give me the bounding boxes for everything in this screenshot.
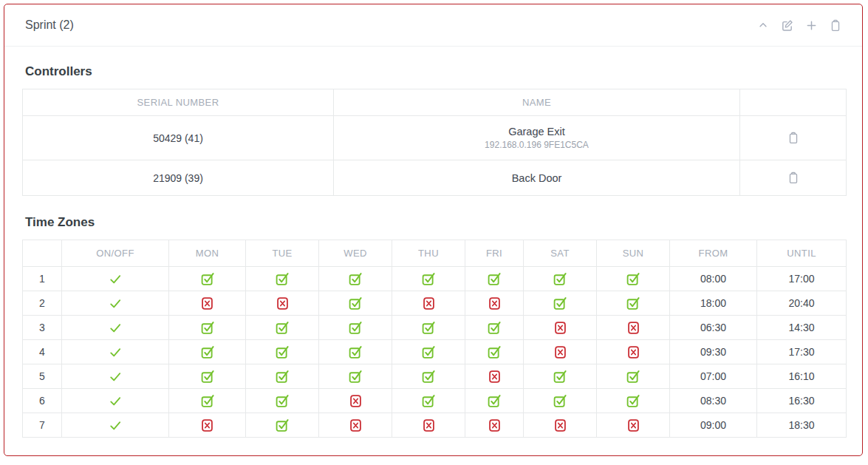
day-checkbox-unchecked[interactable]	[392, 413, 465, 438]
checkbox-checked-icon	[421, 344, 436, 359]
time-zones-column-header: THU	[392, 240, 465, 267]
day-checkbox-unchecked[interactable]	[319, 413, 392, 438]
day-checkbox-checked[interactable]	[246, 389, 319, 413]
day-checkbox-checked[interactable]	[246, 364, 319, 389]
day-checkbox-unchecked[interactable]	[597, 413, 670, 438]
delete-controller-button[interactable]	[786, 130, 801, 146]
time-zone-row: 608:3016:30	[23, 389, 847, 413]
on-off-toggle[interactable]	[62, 316, 169, 340]
day-checkbox-checked[interactable]	[524, 389, 597, 413]
day-checkbox-unchecked[interactable]	[169, 291, 246, 316]
check-icon	[109, 274, 122, 285]
day-checkbox-checked[interactable]	[465, 389, 524, 413]
time-from: 07:00	[670, 364, 757, 389]
time-zone-row: 709:0018:30	[23, 413, 847, 438]
day-checkbox-checked[interactable]	[319, 340, 392, 364]
time-zone-index: 5	[23, 364, 62, 389]
day-checkbox-checked[interactable]	[319, 364, 392, 389]
controller-name: Garage Exit	[340, 126, 734, 138]
day-checkbox-checked[interactable]	[465, 267, 524, 291]
card-header: Sprint (2)	[4, 4, 862, 47]
day-checkbox-unchecked[interactable]	[246, 291, 319, 316]
day-checkbox-checked[interactable]	[169, 364, 246, 389]
day-checkbox-unchecked[interactable]	[597, 316, 670, 340]
day-checkbox-unchecked[interactable]	[319, 389, 392, 413]
checkbox-checked-icon	[200, 393, 215, 408]
on-off-toggle[interactable]	[62, 291, 169, 316]
on-off-toggle[interactable]	[62, 340, 169, 364]
controller-address: 192.168.0.196 9FE1C5CA	[340, 140, 734, 150]
day-checkbox-unchecked[interactable]	[465, 364, 524, 389]
delete-controller-button[interactable]	[786, 170, 801, 186]
time-zones-column-header: SAT	[524, 240, 597, 267]
day-checkbox-checked[interactable]	[597, 291, 670, 316]
day-checkbox-checked[interactable]	[169, 340, 246, 364]
delete-button[interactable]	[828, 18, 843, 33]
time-zones-column-header	[23, 240, 62, 267]
day-checkbox-checked[interactable]	[319, 267, 392, 291]
checkbox-checked-icon	[348, 369, 363, 384]
day-checkbox-checked[interactable]	[597, 389, 670, 413]
day-checkbox-unchecked[interactable]	[524, 316, 597, 340]
time-until: 17:00	[757, 267, 847, 291]
checkbox-checked-icon	[275, 271, 290, 286]
day-checkbox-unchecked[interactable]	[392, 291, 465, 316]
checkbox-cross-icon	[554, 321, 567, 335]
check-icon	[109, 298, 122, 310]
checkbox-checked-icon	[421, 320, 436, 335]
day-checkbox-checked[interactable]	[246, 316, 319, 340]
day-checkbox-checked[interactable]	[169, 316, 246, 340]
controller-serial: 50429 (41)	[23, 116, 334, 160]
day-checkbox-unchecked[interactable]	[597, 340, 670, 364]
day-checkbox-checked[interactable]	[246, 267, 319, 291]
check-icon	[109, 347, 122, 359]
day-checkbox-checked[interactable]	[392, 316, 465, 340]
edit-icon	[781, 19, 793, 32]
day-checkbox-checked[interactable]	[524, 364, 597, 389]
day-checkbox-unchecked[interactable]	[169, 413, 246, 438]
time-from: 18:00	[670, 291, 757, 316]
checkbox-checked-icon	[275, 393, 290, 408]
day-checkbox-checked[interactable]	[246, 413, 319, 438]
on-off-toggle[interactable]	[62, 364, 169, 389]
day-checkbox-checked[interactable]	[392, 389, 465, 413]
checkbox-checked-icon	[275, 320, 290, 335]
checkbox-checked-icon	[200, 271, 215, 286]
day-checkbox-checked[interactable]	[392, 340, 465, 364]
on-off-toggle[interactable]	[62, 267, 169, 291]
time-zone-index: 2	[23, 291, 62, 316]
checkbox-checked-icon	[553, 393, 567, 408]
day-checkbox-unchecked[interactable]	[465, 413, 524, 438]
edit-button[interactable]	[779, 18, 795, 33]
time-zone-row: 507:0016:10	[23, 364, 847, 389]
day-checkbox-checked[interactable]	[319, 291, 392, 316]
day-checkbox-unchecked[interactable]	[524, 340, 597, 364]
day-checkbox-checked[interactable]	[169, 267, 246, 291]
day-checkbox-checked[interactable]	[169, 389, 246, 413]
day-checkbox-unchecked[interactable]	[524, 413, 597, 438]
time-zones-column-header: ON/OFF	[62, 240, 169, 267]
checkbox-cross-icon	[201, 296, 213, 310]
day-checkbox-checked[interactable]	[524, 291, 597, 316]
day-checkbox-unchecked[interactable]	[465, 291, 524, 316]
day-checkbox-checked[interactable]	[524, 267, 597, 291]
on-off-toggle[interactable]	[62, 413, 169, 438]
add-button[interactable]	[804, 18, 819, 33]
checkbox-cross-icon	[627, 321, 640, 335]
day-checkbox-checked[interactable]	[392, 364, 465, 389]
day-checkbox-checked[interactable]	[597, 364, 670, 389]
day-checkbox-checked[interactable]	[319, 316, 392, 340]
day-checkbox-checked[interactable]	[465, 340, 524, 364]
checkbox-checked-icon	[275, 344, 290, 359]
day-checkbox-checked[interactable]	[465, 316, 524, 340]
on-off-toggle[interactable]	[62, 389, 169, 413]
time-zones-column-header: FRI	[465, 240, 524, 267]
time-until: 17:30	[757, 340, 847, 364]
day-checkbox-checked[interactable]	[246, 340, 319, 364]
plus-icon	[806, 20, 817, 31]
checkbox-checked-icon	[553, 296, 567, 310]
day-checkbox-checked[interactable]	[597, 267, 670, 291]
day-checkbox-checked[interactable]	[392, 267, 465, 291]
time-until: 18:30	[757, 413, 847, 438]
collapse-button[interactable]	[756, 18, 770, 32]
